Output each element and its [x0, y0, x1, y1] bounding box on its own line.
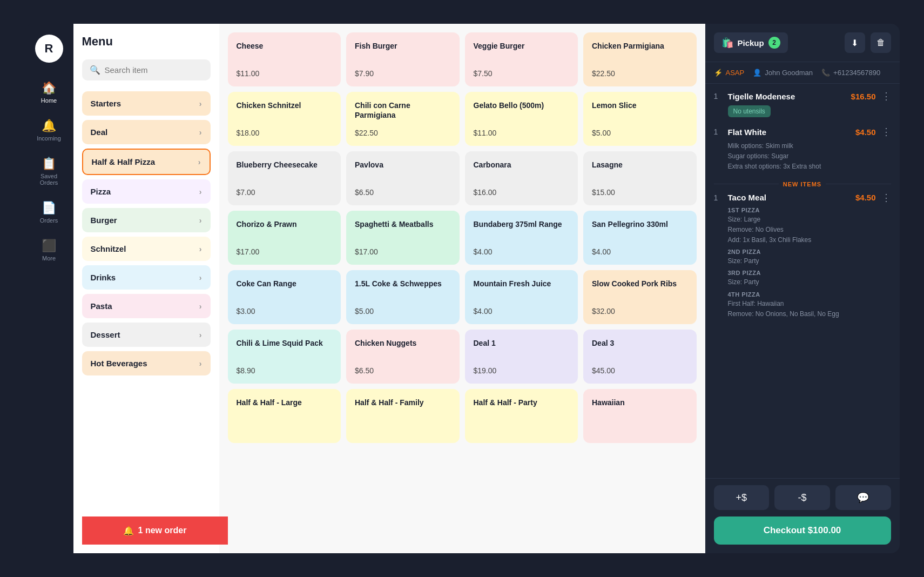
menu-title: Menu: [82, 35, 211, 49]
item-more-button[interactable]: ⋮: [881, 192, 891, 204]
chevron-icon: ›: [199, 359, 202, 368]
app-logo: R: [35, 35, 63, 63]
menu-item-card[interactable]: Carbonara $16.00: [465, 151, 578, 205]
customer-name: 👤 John Goodman: [753, 69, 813, 77]
menu-item-card[interactable]: Half & Half - Party: [465, 389, 578, 443]
customer-phone: 📞 +61234567890: [821, 69, 880, 77]
menu-item-card[interactable]: Blueberry Cheesecake $7.00: [228, 151, 341, 205]
category-sidebar: Menu 🔍 Starters › Deal › Half & Half Piz…: [73, 24, 219, 553]
sidebar-item-saved-orders[interactable]: 📋 Saved Orders: [30, 151, 69, 191]
pizza-1st-remove: Remove: No Olives: [728, 225, 891, 235]
checkout-button[interactable]: Checkout $100.00: [714, 516, 891, 545]
sidebar-item-incoming-label: Incoming: [37, 135, 61, 142]
menu-item-card[interactable]: Hawaiian: [583, 389, 697, 443]
category-hot-bev[interactable]: Hot Beverages ›: [82, 351, 211, 375]
item-tag: No utensils: [728, 105, 771, 117]
menu-item-price: $11.00: [474, 129, 570, 137]
sidebar-item-more[interactable]: ⬛ More: [30, 233, 69, 267]
menu-item-card[interactable]: Chicken Nuggets $6.50: [346, 330, 460, 384]
category-pizza[interactable]: Pizza ›: [82, 179, 211, 204]
pizza-4th-remove: Remove: No Onions, No Basil, No Egg: [728, 309, 891, 319]
category-drinks[interactable]: Drinks ›: [82, 265, 211, 290]
menu-item-card[interactable]: Pavlova $6.50: [346, 151, 460, 205]
menu-item-card[interactable]: Fish Burger $7.90: [346, 32, 460, 86]
add-surcharge-button[interactable]: +$: [714, 485, 770, 510]
category-burger[interactable]: Burger ›: [82, 208, 211, 232]
menu-item-card[interactable]: Chicken Schnitzel $18.00: [228, 92, 341, 146]
search-box[interactable]: 🔍: [82, 59, 211, 80]
menu-item-card[interactable]: Chicken Parmigiana $22.50: [583, 32, 697, 86]
order-item-tacomeal: 1 Taco Meal $4.50 ⋮ 1ST PIZZA Size: Larg…: [714, 192, 891, 319]
divider-line: [826, 184, 891, 184]
new-order-label: 1 new order: [138, 526, 187, 535]
bell-icon: 🔔: [42, 119, 56, 133]
menu-item-price: $7.00: [237, 188, 333, 197]
menu-item-card[interactable]: Lemon Slice $5.00: [583, 92, 697, 146]
menu-item-card[interactable]: Spaghetti & Meatballs $17.00: [346, 211, 460, 265]
menu-item-card[interactable]: Chili con Carne Parmigiana $22.50: [346, 92, 460, 146]
menu-item-name: Chili con Carne Parmigiana: [355, 100, 451, 120]
sidebar-item-orders[interactable]: 📄 Orders: [30, 196, 69, 229]
home-icon: 🏠: [42, 81, 56, 95]
menu-item-name: Gelato Bello (500m): [474, 100, 570, 110]
menu-item-card[interactable]: Gelato Bello (500m) $11.00: [465, 92, 578, 146]
menu-item-card[interactable]: Deal 1 $19.00: [465, 330, 578, 384]
remove-surcharge-button[interactable]: -$: [774, 485, 830, 510]
order-footer-actions: +$ -$ 💬: [705, 478, 900, 516]
item-name: Flat White: [728, 128, 850, 137]
search-icon: 🔍: [90, 65, 100, 75]
category-half-half[interactable]: Half & Half Pizza ›: [82, 149, 211, 175]
order-item-flatwhite: 1 Flat White $4.50 ⋮ Milk options: Skim …: [714, 126, 891, 172]
menu-item-name: Fish Burger: [355, 41, 451, 51]
menu-item-card[interactable]: Chili & Lime Squid Pack $8.90: [228, 330, 341, 384]
menu-item-name: Hawaiian: [592, 398, 688, 407]
menu-item-price: $5.00: [592, 129, 688, 137]
menu-item-card[interactable]: Deal 3 $45.00: [583, 330, 697, 384]
pizza-1st-size: Size: Large: [728, 214, 891, 225]
menu-item-card[interactable]: Half & Half - Family: [346, 389, 460, 443]
delete-button[interactable]: 🗑: [871, 32, 891, 53]
order-panel: 🛍️ Pickup 2 ⬇ 🗑 ⚡ ASAP 👤 John Goodman 📞 …: [705, 24, 900, 553]
pizza-section-1st: 1ST PIZZA: [728, 207, 891, 213]
lightning-icon: ⚡: [714, 69, 723, 77]
sidebar-item-incoming[interactable]: 🔔 Incoming: [30, 113, 69, 147]
menu-item-name: Deal 3: [592, 338, 688, 348]
category-dessert[interactable]: Dessert ›: [82, 323, 211, 347]
menu-item-card[interactable]: Lasagne $15.00: [583, 151, 697, 205]
menu-item-card[interactable]: Mountain Fresh Juice $4.00: [465, 270, 578, 324]
category-dessert-label: Dessert: [91, 330, 120, 339]
main-content: Menu 🔍 Starters › Deal › Half & Half Piz…: [73, 24, 705, 553]
chevron-icon: ›: [199, 331, 202, 339]
menu-item-card[interactable]: Coke Can Range $3.00: [228, 270, 341, 324]
menu-item-price: $22.50: [355, 129, 451, 137]
comment-button[interactable]: 💬: [835, 485, 891, 510]
menu-item-name: Lemon Slice: [592, 100, 688, 110]
menu-item-price: $16.00: [474, 188, 570, 197]
item-qty: 1: [714, 92, 723, 100]
search-input[interactable]: [105, 65, 203, 75]
new-order-button[interactable]: 🔔 1 new order: [82, 516, 228, 545]
menu-item-card[interactable]: Cheese $11.00: [228, 32, 341, 86]
chevron-icon: ›: [199, 216, 202, 225]
download-button[interactable]: ⬇: [845, 32, 865, 53]
menu-item-card[interactable]: 1.5L Coke & Schweppes $5.00: [346, 270, 460, 324]
item-price: $4.50: [855, 128, 876, 137]
menu-item-card[interactable]: Slow Cooked Pork Ribs $32.00: [583, 270, 697, 324]
menu-item-card[interactable]: Half & Half - Large: [228, 389, 341, 443]
menu-item-card[interactable]: Chorizo & Prawn $17.00: [228, 211, 341, 265]
category-pasta[interactable]: Pasta ›: [82, 294, 211, 318]
category-schnitzel[interactable]: Schnitzel ›: [82, 237, 211, 261]
divider-line: [714, 184, 779, 184]
category-deal[interactable]: Deal ›: [82, 120, 211, 144]
menu-grid: Cheese $11.00 Fish Burger $7.90 Veggie B…: [228, 32, 697, 443]
menu-item-name: San Pellegrino 330ml: [592, 219, 688, 229]
item-more-button[interactable]: ⋮: [881, 90, 891, 102]
menu-item-card[interactable]: San Pellegrino 330ml $4.00: [583, 211, 697, 265]
menu-item-price: $7.50: [474, 69, 570, 78]
item-more-button[interactable]: ⋮: [881, 126, 891, 138]
menu-item-card[interactable]: Veggie Burger $7.50: [465, 32, 578, 86]
menu-item-card[interactable]: Bundaberg 375ml Range $4.00: [465, 211, 578, 265]
category-starters[interactable]: Starters ›: [82, 91, 211, 116]
sidebar-item-home[interactable]: 🏠 Home: [30, 76, 69, 109]
menu-item-name: Deal 1: [474, 338, 570, 348]
